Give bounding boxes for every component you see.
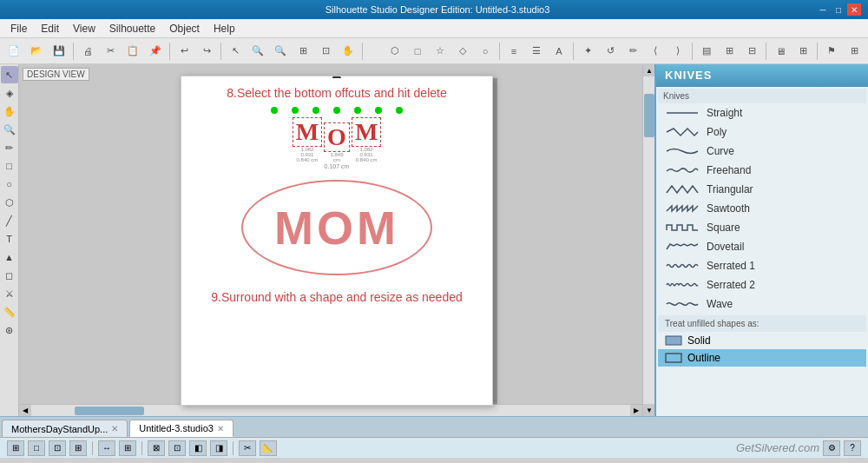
tool-zoom[interactable]: 🔍 — [1, 121, 18, 138]
tool-rectangle[interactable]: □ — [1, 157, 18, 175]
tb-right-13[interactable]: ⟩ — [667, 41, 688, 62]
tb-right-7[interactable]: ☰ — [526, 41, 547, 62]
status-btn-3[interactable]: ⊡ — [49, 440, 66, 456]
zoom-out-button[interactable]: 🔍 — [270, 41, 291, 62]
menu-silhouette[interactable]: Silhouette — [102, 21, 162, 36]
tool-select[interactable]: ↖ — [1, 66, 18, 83]
tool-draw[interactable]: ✏ — [1, 139, 18, 156]
knife-serrated2[interactable]: Serrated 2 — [658, 275, 866, 294]
scroll-up-button[interactable]: ▲ — [643, 64, 654, 76]
tb-right-16[interactable]: ⊟ — [741, 41, 762, 62]
zoom-sel-button[interactable]: ⊡ — [315, 41, 336, 62]
status-btn-6[interactable]: ⊞ — [119, 440, 136, 456]
knife-curve[interactable]: Curve — [658, 142, 866, 161]
tb-right-12[interactable]: ⟨ — [645, 41, 666, 62]
knife-triangular[interactable]: Triangular — [658, 180, 866, 199]
tb-grid[interactable]: ⊞ — [844, 41, 865, 62]
tb-flag[interactable]: ⚑ — [821, 41, 842, 62]
tb-right-15[interactable]: ⊞ — [719, 41, 740, 62]
tb-right-2[interactable]: □ — [407, 41, 428, 62]
zoom-in-button[interactable]: 🔍 — [247, 41, 268, 62]
tool-knife[interactable]: ⚔ — [1, 285, 18, 302]
knife-serrated1[interactable]: Serrated 1 — [658, 256, 866, 275]
status-btn-5[interactable]: ↔ — [98, 440, 115, 456]
tool-fill[interactable]: ▲ — [1, 248, 18, 266]
status-btn-10[interactable]: ◨ — [210, 440, 227, 456]
status-btn-2[interactable]: □ — [28, 440, 45, 456]
tool-warp[interactable]: ⊛ — [1, 321, 18, 339]
menu-object[interactable]: Object — [162, 21, 207, 36]
zoom-fit-button[interactable]: ⊞ — [293, 41, 313, 62]
knife-sawtooth[interactable]: Sawtooth — [658, 199, 866, 218]
cut-button[interactable]: ✂ — [100, 41, 121, 62]
treat-section-label: Treat unfilled shapes as: — [658, 315, 866, 332]
treat-solid-option[interactable]: Solid — [658, 332, 866, 349]
tab-1-label: MothersDayStandUp... — [11, 424, 108, 434]
tb-right-8[interactable]: A — [549, 41, 569, 62]
tb-right-17[interactable]: 🖥 — [770, 41, 791, 62]
knife-dovetail[interactable]: Dovetail — [658, 237, 866, 256]
scroll-left-button[interactable]: ◀ — [19, 405, 31, 417]
copy-button[interactable]: 📋 — [122, 41, 143, 62]
status-btn-9[interactable]: ◧ — [189, 440, 207, 456]
status-btn-12[interactable]: 📐 — [260, 440, 277, 456]
settings-button[interactable]: ⚙ — [823, 440, 840, 456]
tb-right-5[interactable]: ○ — [475, 41, 496, 62]
knife-freehand[interactable]: Freehand — [658, 161, 866, 180]
open-button[interactable]: 📂 — [26, 41, 47, 62]
maximize-button[interactable]: □ — [832, 3, 845, 16]
save-button[interactable]: 💾 — [49, 41, 69, 62]
tool-ellipse[interactable]: ○ — [1, 175, 18, 193]
redo-button[interactable]: ↪ — [196, 41, 217, 62]
print-button[interactable]: 🖨 — [77, 41, 98, 62]
undo-button[interactable]: ↩ — [174, 41, 194, 62]
tb-right-18[interactable]: ⊞ — [792, 41, 813, 62]
scroll-down-button[interactable]: ▼ — [643, 404, 654, 416]
menu-view[interactable]: View — [66, 21, 102, 36]
tb-right-9[interactable]: ✦ — [577, 41, 598, 62]
tb-right-3[interactable]: ☆ — [430, 41, 450, 62]
knife-poly[interactable]: Poly — [658, 122, 866, 142]
treat-outline-option[interactable]: Outline — [658, 349, 866, 367]
close-button[interactable]: ✕ — [847, 3, 861, 16]
knife-square[interactable]: Square — [658, 218, 866, 237]
tab-1[interactable]: MothersDayStandUp... ✕ — [2, 420, 128, 437]
menu-file[interactable]: File — [3, 21, 34, 36]
help-status-button[interactable]: ? — [844, 440, 861, 456]
new-button[interactable]: 📄 — [3, 41, 24, 62]
green-dot-5 — [354, 107, 361, 114]
menu-edit[interactable]: Edit — [34, 21, 66, 36]
tab-2[interactable]: Untitled-3.studio3 ✕ — [129, 420, 233, 437]
tool-eraser[interactable]: ◻ — [1, 267, 18, 284]
tb-right-1[interactable]: ⬡ — [385, 41, 405, 62]
knife-straight[interactable]: Straight — [658, 103, 866, 122]
tool-line[interactable]: ╱ — [1, 212, 18, 229]
tb-right-11[interactable]: ✏ — [622, 41, 643, 62]
paste-button[interactable]: 📌 — [145, 41, 166, 62]
scroll-thumb-h[interactable] — [75, 407, 144, 415]
menu-help[interactable]: Help — [207, 21, 242, 36]
select-button[interactable]: ↖ — [225, 41, 246, 62]
tb-right-10[interactable]: ↺ — [600, 41, 621, 62]
tool-text[interactable]: T — [1, 230, 18, 248]
minimize-button[interactable]: ─ — [816, 3, 830, 16]
status-btn-8[interactable]: ⊡ — [168, 440, 186, 456]
scroll-thumb-v[interactable] — [644, 94, 654, 137]
status-btn-4[interactable]: ⊞ — [69, 440, 87, 456]
tb-right-6[interactable]: ≡ — [503, 41, 524, 62]
status-btn-7[interactable]: ⊠ — [148, 440, 165, 456]
tool-pan[interactable]: ✋ — [1, 103, 18, 120]
tb-right-14[interactable]: ▤ — [696, 41, 717, 62]
tab-2-close[interactable]: ✕ — [217, 424, 224, 433]
sep4 — [362, 43, 363, 60]
knife-wave[interactable]: Wave — [658, 294, 866, 314]
pan-button[interactable]: ✋ — [338, 41, 358, 62]
tool-measure[interactable]: 📏 — [1, 303, 18, 321]
status-btn-11[interactable]: ✂ — [239, 440, 256, 456]
tool-node[interactable]: ◈ — [1, 84, 18, 102]
tool-polygon[interactable]: ⬡ — [1, 194, 18, 211]
tab-1-close[interactable]: ✕ — [111, 424, 118, 433]
scroll-right-button[interactable]: ▶ — [630, 405, 642, 417]
tb-right-4[interactable]: ◇ — [452, 41, 473, 62]
status-btn-1[interactable]: ⊞ — [7, 440, 24, 456]
